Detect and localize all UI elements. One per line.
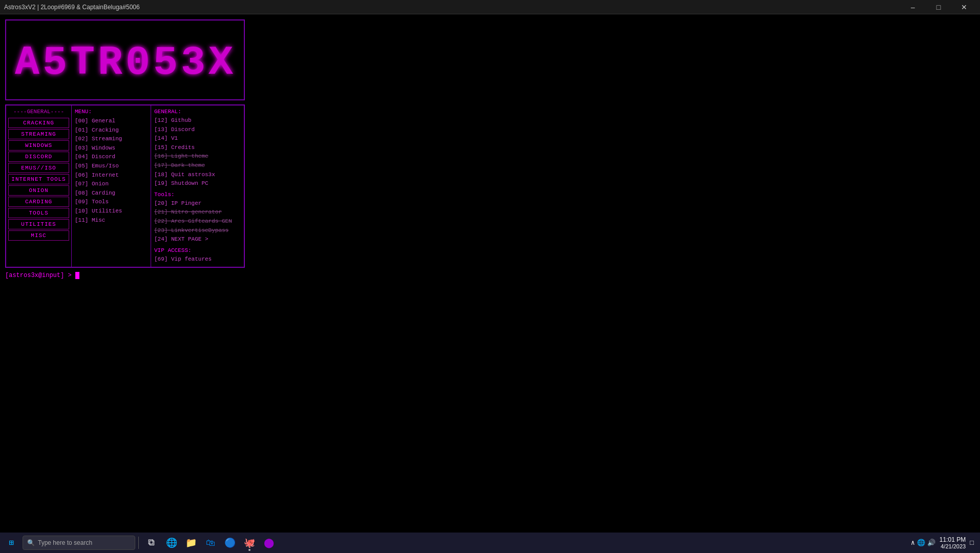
cursor-blink	[75, 272, 79, 279]
sidebar-btn-tools[interactable]: TOOLS	[8, 208, 69, 218]
general-item-17[interactable]: [17] Dark theme	[154, 161, 241, 171]
terminal-prompt[interactable]: [astros3x@input] >	[5, 272, 975, 279]
sidebar: ----GENERAL---- CRACKING STREAMING WINDO…	[6, 105, 72, 267]
main-panel: ----GENERAL---- CRACKING STREAMING WINDO…	[5, 104, 245, 268]
start-button[interactable]: ⊞	[2, 534, 20, 552]
title-bar: Astros3xV2 | 2Loop#6969 & CaptainBeluga#…	[0, 0, 980, 14]
menu-item-11[interactable]: [11] Misc	[75, 216, 148, 225]
menu-item-5[interactable]: [05] Emus/Iso	[75, 162, 148, 171]
taskbar: ⊞ 🔍 Type here to search ⧉ 🌐 📁 🛍 🔵 🐙	[0, 533, 980, 553]
windows-logo-icon: ⊞	[9, 538, 14, 548]
general-item-18[interactable]: [18] Quit astros3x	[154, 171, 241, 180]
general-item-13[interactable]: [13] Discord	[154, 125, 241, 135]
general-item-12[interactable]: [12] Github	[154, 116, 241, 125]
search-icon: 🔍	[27, 539, 35, 547]
svg-text:A5TR053X: A5TR053X	[15, 39, 236, 86]
tools-item-22[interactable]: [22] Ares Giftcards GEN	[154, 217, 241, 226]
task-view-button[interactable]: ⧉	[142, 534, 160, 552]
sidebar-btn-utilities[interactable]: UTILITIES	[8, 219, 69, 229]
edge-app-button[interactable]: 🌐	[162, 534, 181, 552]
general-item-19[interactable]: [19] Shutdown PC	[154, 179, 241, 188]
menu-item-1[interactable]: [01] Cracking	[75, 126, 148, 135]
app-banner: .pt { fill: #dd00dd; } A5TR053X	[5, 19, 245, 100]
taskbar-divider	[138, 537, 139, 549]
tools-item-24[interactable]: [24] NEXT PAGE >	[154, 235, 241, 244]
sidebar-btn-discord[interactable]: DISCORD	[8, 152, 69, 162]
search-placeholder-text: Type here to search	[38, 539, 92, 546]
taskbar-tray: ∧ 🌐 🔊 11:01 PM 4/21/2023 □	[911, 536, 978, 549]
window-controls: – □ ✕	[901, 0, 976, 14]
minimize-button[interactable]: –	[901, 0, 925, 14]
close-button[interactable]: ✕	[952, 0, 976, 14]
sidebar-btn-emus-iso[interactable]: EMUS//ISO	[8, 163, 69, 173]
general-title: GENERAL:	[154, 109, 241, 115]
volume-icon[interactable]: 🔊	[927, 539, 935, 547]
tools-title: Tools:	[154, 192, 241, 198]
tools-item-20[interactable]: [20] IP Pinger	[154, 199, 241, 208]
tray-icons: ∧ 🌐 🔊	[911, 539, 935, 547]
tools-section: Tools: [20] IP Pinger [21] Nitro generat…	[154, 192, 241, 244]
general-item-15[interactable]: [15] Credits	[154, 143, 241, 153]
vip-section: VIP ACCESS: [69] Vip features	[154, 247, 241, 264]
window-title: Astros3xV2 | 2Loop#6969 & CaptainBeluga#…	[4, 4, 140, 11]
menu-item-6[interactable]: [06] Internet	[75, 171, 148, 180]
banner-title: .pt { fill: #dd00dd; } A5TR053X	[12, 23, 238, 97]
file-explorer-icon: 📁	[185, 537, 197, 548]
sidebar-btn-misc[interactable]: MISC	[8, 230, 69, 241]
task-view-icon: ⧉	[148, 538, 155, 548]
menu-item-3[interactable]: [03] Windows	[75, 144, 148, 153]
menu-item-10[interactable]: [10] Utilities	[75, 207, 148, 216]
edge-icon: 🌐	[166, 537, 177, 548]
sidebar-btn-carding[interactable]: CARDING	[8, 197, 69, 207]
general-column: GENERAL: [12] Github [13] Discord [14] V…	[151, 105, 244, 267]
clock-date: 4/21/2023	[940, 543, 966, 549]
general-item-16[interactable]: [16] Light theme	[154, 152, 241, 161]
app6-icon: ⬤	[264, 537, 274, 548]
taskbar-apps: 🌐 📁 🛍 🔵 🐙 ⬤	[162, 534, 278, 552]
vip-item-69[interactable]: [69] Vip features	[154, 255, 241, 264]
network-icon[interactable]: 🌐	[917, 539, 925, 547]
sidebar-btn-internet-tools[interactable]: INTERNET TOOLS	[8, 174, 69, 184]
app-active-indicator	[248, 549, 251, 551]
prompt-text: [astros3x@input] >	[5, 272, 75, 279]
file-explorer-button[interactable]: 📁	[182, 534, 200, 552]
vip-title: VIP ACCESS:	[154, 247, 241, 253]
menu-column: MENU: [00] General [01] Cracking [02] St…	[72, 105, 151, 267]
menu-title: MENU:	[75, 109, 148, 115]
menu-item-0[interactable]: [00] General	[75, 117, 148, 126]
github-button[interactable]: 🐙	[240, 534, 259, 552]
chrome-icon: 🔵	[224, 537, 236, 548]
chevron-up-icon[interactable]: ∧	[911, 539, 915, 547]
terminal-window: .pt { fill: #dd00dd; } A5TR053X ----GENE…	[0, 14, 980, 533]
app6-button[interactable]: ⬤	[260, 534, 278, 552]
sidebar-header: ----GENERAL----	[8, 108, 69, 116]
tools-item-21[interactable]: [21] Nitro generator	[154, 208, 241, 217]
maximize-button[interactable]: □	[927, 0, 950, 14]
menu-item-2[interactable]: [02] Streaming	[75, 135, 148, 144]
store-icon: 🛍	[206, 538, 215, 548]
menu-item-8[interactable]: [08] Carding	[75, 189, 148, 198]
chrome-button[interactable]: 🔵	[221, 534, 239, 552]
notification-icon[interactable]: □	[970, 539, 974, 547]
sidebar-btn-onion[interactable]: ONION	[8, 185, 69, 196]
store-button[interactable]: 🛍	[201, 534, 220, 552]
menu-item-7[interactable]: [07] Onion	[75, 180, 148, 189]
taskbar-search[interactable]: 🔍 Type here to search	[23, 536, 135, 550]
menu-item-9[interactable]: [09] Tools	[75, 198, 148, 207]
general-item-14[interactable]: [14] V1	[154, 134, 241, 143]
taskbar-clock[interactable]: 11:01 PM 4/21/2023	[940, 536, 966, 549]
clock-time: 11:01 PM	[940, 536, 966, 543]
sidebar-btn-cracking[interactable]: CRACKING	[8, 118, 69, 128]
sidebar-btn-windows[interactable]: WINDOWS	[8, 140, 69, 151]
github-icon: 🐙	[244, 537, 255, 548]
sidebar-btn-streaming[interactable]: STREAMING	[8, 129, 69, 139]
menu-item-4[interactable]: [04] Discord	[75, 153, 148, 162]
tools-item-23[interactable]: [23] LinkvertiseBypass	[154, 226, 241, 236]
